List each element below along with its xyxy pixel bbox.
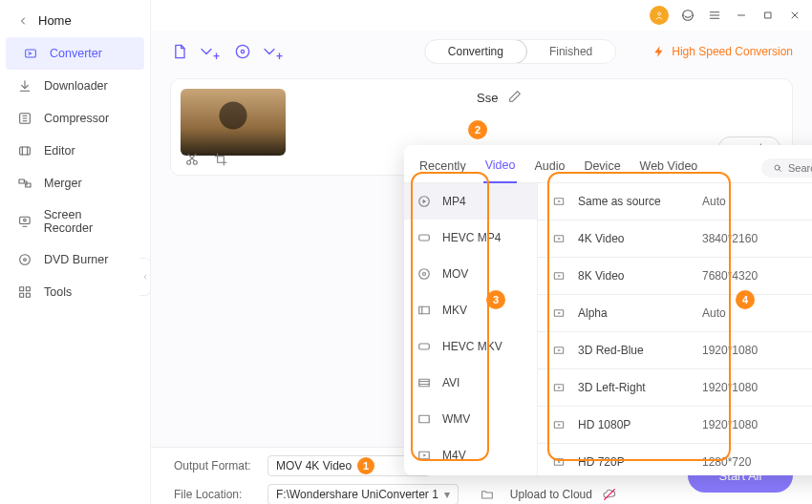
res-3d-red-blue[interactable]: 3D Red-Blue1920*1080 — [538, 332, 812, 368]
mp4-icon — [416, 193, 433, 210]
maximize-button[interactable] — [760, 8, 776, 23]
drop-tabs: Recently Video Audio Device Web Video — [404, 145, 812, 183]
res-1080p[interactable]: HD 1080P1920*1080 — [538, 407, 812, 443]
tools-icon — [17, 284, 32, 300]
resolution-list[interactable]: Same as sourceAuto 4K Video3840*2160 8K … — [538, 183, 812, 475]
hevc-icon — [416, 229, 433, 246]
svg-point-22 — [236, 45, 248, 57]
svg-point-13 — [658, 12, 661, 15]
svg-point-8 — [24, 259, 27, 262]
svg-rect-3 — [19, 179, 24, 183]
play-icon — [551, 194, 566, 209]
avatar[interactable] — [650, 6, 669, 25]
annotation-1: 1 — [357, 457, 374, 474]
svg-rect-33 — [419, 306, 430, 314]
sidebar-item-label: Downloader — [44, 79, 108, 93]
hsc-label: High Speed Conversion — [672, 45, 793, 58]
main-area: + + Converting Finished High Speed Conve… — [151, 31, 812, 504]
tab-converting[interactable]: Converting — [424, 39, 527, 64]
svg-rect-9 — [20, 287, 24, 291]
cloud-off-icon[interactable] — [602, 487, 617, 502]
home-link[interactable]: Home — [0, 8, 150, 37]
tab-finished[interactable]: Finished — [526, 40, 615, 63]
search-input[interactable] — [788, 162, 812, 174]
m4v-icon — [416, 447, 433, 464]
svg-marker-47 — [558, 275, 561, 278]
play-icon — [551, 343, 566, 358]
format-avi[interactable]: AVI — [404, 365, 537, 401]
res-alpha[interactable]: AlphaAuto — [538, 295, 812, 331]
sidebar-item-compressor[interactable]: Compressor — [0, 102, 150, 135]
sidebar-item-merger[interactable]: Merger — [0, 167, 150, 200]
menu-icon[interactable] — [707, 8, 722, 23]
sidebar-item-editor[interactable]: Editor — [0, 135, 150, 167]
format-dropdown: Recently Video Audio Device Web Video MP… — [404, 145, 812, 475]
annotation-2: 2 — [468, 120, 487, 139]
format-hevc-mkv[interactable]: HEVC MKV — [404, 328, 537, 365]
sidebar: Home Converter Downloader Compressor Edi… — [0, 0, 151, 504]
drop-tab-video[interactable]: Video — [483, 153, 518, 183]
chevron-down-icon: ▾ — [444, 488, 450, 501]
drop-tab-web[interactable]: Web Video — [638, 154, 700, 182]
svg-point-31 — [419, 269, 430, 280]
file-location-combo[interactable]: F:\Wondershare UniConverter 1 ▾ — [267, 484, 459, 504]
drop-tab-device[interactable]: Device — [582, 154, 622, 182]
high-speed-link[interactable]: High Speed Conversion — [652, 45, 793, 58]
cloud-label: Upload to Cloud — [510, 488, 592, 501]
sidebar-item-label: DVD Burner — [44, 253, 108, 266]
bolt-icon — [652, 45, 666, 58]
svg-rect-2 — [20, 147, 31, 155]
drop-tab-recently[interactable]: Recently — [417, 154, 468, 182]
svg-rect-35 — [419, 344, 430, 349]
svg-marker-41 — [423, 454, 426, 457]
sidebar-item-converter[interactable]: Converter — [6, 37, 144, 70]
svg-point-23 — [241, 50, 244, 52]
format-mp4[interactable]: MP4 — [404, 183, 537, 220]
sidebar-collapse[interactable] — [139, 258, 151, 296]
svg-marker-55 — [558, 424, 561, 427]
svg-marker-53 — [558, 387, 561, 389]
sidebar-item-tools[interactable]: Tools — [0, 276, 150, 308]
compress-icon — [17, 111, 32, 126]
folder-icon[interactable] — [480, 487, 495, 502]
play-icon — [551, 231, 566, 246]
play-icon — [551, 268, 566, 284]
format-mkv[interactable]: MKV — [404, 292, 537, 328]
format-mov[interactable]: MOV — [404, 256, 537, 292]
edit-icon[interactable] — [507, 89, 523, 107]
sidebar-item-downloader[interactable]: Downloader — [0, 70, 150, 102]
sidebar-item-label: Editor — [44, 144, 75, 158]
sidebar-item-dvd[interactable]: DVD Burner — [0, 243, 150, 276]
svg-marker-45 — [558, 238, 561, 241]
format-list[interactable]: MP4 HEVC MP4 MOV MKV HEVC MKV AVI WMV M4… — [404, 183, 538, 475]
sidebar-item-label: Screen Recorder — [44, 208, 133, 235]
res-3d-left-right[interactable]: 3D Left-Right1920*1080 — [538, 369, 812, 406]
drop-tab-audio[interactable]: Audio — [532, 154, 566, 182]
res-4k[interactable]: 4K Video3840*2160 — [538, 220, 812, 257]
card-tools — [184, 152, 228, 167]
svg-rect-36 — [419, 379, 430, 387]
search-box[interactable] — [761, 158, 812, 178]
sidebar-item-recorder[interactable]: Screen Recorder — [0, 200, 150, 243]
add-file-button[interactable]: + — [170, 42, 216, 61]
play-icon — [551, 454, 566, 470]
mkv-icon — [416, 302, 433, 319]
format-hevc-mp4[interactable]: HEVC MP4 — [404, 220, 537, 256]
add-dvd-button[interactable]: + — [233, 42, 279, 61]
format-wmv[interactable]: WMV — [404, 401, 537, 437]
support-icon[interactable] — [680, 8, 695, 23]
converter-icon — [23, 46, 38, 61]
minimize-button[interactable] — [734, 8, 749, 23]
res-same-as-source[interactable]: Same as sourceAuto — [538, 183, 812, 220]
svg-rect-39 — [419, 415, 430, 423]
format-m4v[interactable]: M4V — [404, 437, 537, 473]
crop-icon[interactable] — [213, 152, 228, 167]
card-title-fragment: Sse — [477, 91, 498, 105]
thumbnail[interactable] — [181, 89, 286, 156]
svg-marker-43 — [558, 200, 561, 203]
res-8k[interactable]: 8K Video7680*4320 — [538, 258, 812, 294]
trim-icon[interactable] — [184, 152, 200, 167]
res-720p[interactable]: HD 720P1280*720 — [538, 444, 812, 475]
avi-icon — [416, 374, 433, 391]
close-button[interactable] — [787, 8, 802, 23]
